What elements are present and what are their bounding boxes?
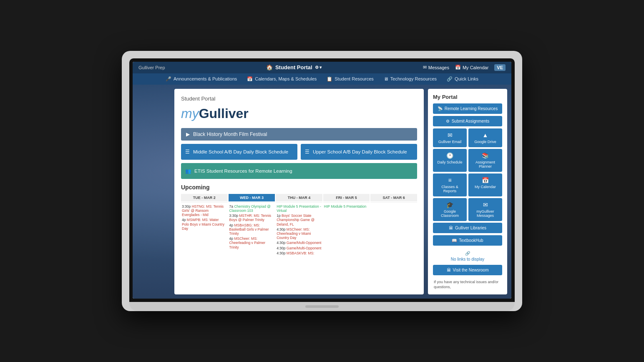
cal-header-sat: SAT - MAR 6 bbox=[370, 194, 417, 201]
link-icon: 🔗 bbox=[465, 251, 470, 256]
cal-event[interactable]: 1p Boys' Soccer State Championship Game … bbox=[277, 214, 322, 226]
portal-card: Student Portal myGulliver ▶ Black Histor… bbox=[174, 89, 424, 294]
middle-school-schedule-link[interactable]: ☰ Middle School A/B Day Daily Block Sche… bbox=[181, 144, 297, 160]
gulliver-libraries-btn[interactable]: 🏛 Gulliver Libraries bbox=[433, 223, 502, 233]
video-icon: ▶ bbox=[186, 131, 190, 137]
laptop-notch bbox=[305, 305, 339, 308]
nav-quick-links[interactable]: 🔗 Quick Links bbox=[447, 76, 478, 82]
cal-event[interactable]: 4:30p MSBASKVB: MS: bbox=[277, 251, 322, 255]
assignment-planner-link[interactable]: 📚 Assignment Planner bbox=[468, 149, 502, 172]
technology-icon: 🖥 bbox=[384, 76, 388, 81]
newsroom-icon: 🏛 bbox=[447, 268, 451, 272]
top-bar: Gulliver Prep 🏠 Student Portal ⚙ ▾ ✉ Mes… bbox=[133, 62, 511, 73]
cal-event[interactable]: 4:30p Game/Multi-Opponent bbox=[277, 246, 322, 250]
upper-school-schedule-link[interactable]: ☰ Upper School A/B Day Daily Block Sched… bbox=[301, 144, 417, 160]
content-wrapper: Student Portal myGulliver ▶ Black Histor… bbox=[133, 85, 511, 299]
portal-dropdown-icon[interactable]: ⚙ ▾ bbox=[315, 65, 322, 70]
cal-event[interactable]: 7a Chemistry Olympiad @ Classroom 103 bbox=[229, 204, 274, 213]
nav-calendars[interactable]: 📅 Calendars, Maps & Schedules bbox=[247, 76, 317, 82]
textbook-icon: 📖 bbox=[452, 238, 457, 243]
cal-header-fri: FRI - MAR 5 bbox=[323, 194, 370, 201]
my-portal-title: My Portal bbox=[433, 94, 502, 100]
screen-bezel: Gulliver Prep 🏠 Student Portal ⚙ ▾ ✉ Mes… bbox=[129, 58, 515, 302]
planner-icon: 📚 bbox=[482, 152, 489, 159]
schedule-links-grid: ☰ Middle School A/B Day Daily Block Sche… bbox=[181, 144, 417, 160]
top-bar-right: ✉ Messages 📅 My Calendar VE bbox=[423, 64, 506, 71]
messages-link[interactable]: ✉ Messages bbox=[423, 65, 449, 70]
classes-icon: ≡ bbox=[448, 177, 451, 184]
cal-col-wed: 7a Chemistry Olympiad @ Classroom 103 3:… bbox=[229, 202, 275, 258]
screen: Gulliver Prep 🏠 Student Portal ⚙ ▾ ✉ Mes… bbox=[133, 62, 511, 299]
cal-header-thu: THU - MAR 4 bbox=[276, 194, 322, 201]
daily-schedule-link[interactable]: 🕐 Daily Schedule bbox=[433, 149, 467, 172]
nav-bar: 🎤 Announcements & Publications 📅 Calenda… bbox=[133, 73, 511, 85]
laptop-base bbox=[129, 302, 515, 311]
visit-newsroom-btn[interactable]: 🏛 Visit the Newsroom bbox=[433, 265, 502, 275]
cal-col-thu: HIP Module 5 Presentation - Virtual 1p B… bbox=[276, 202, 322, 258]
cal-event[interactable]: HIP Module 5 Presentation bbox=[324, 204, 369, 209]
calendar-link[interactable]: 📅 My Calendar bbox=[455, 65, 488, 70]
nav-announcements[interactable]: 🎤 Announcements & Publications bbox=[166, 76, 237, 82]
cal-event[interactable]: 4:30p MSCheer: MS: Cheerleading v Miami … bbox=[277, 227, 322, 240]
my-calendar-link[interactable]: 📅 My Calendar bbox=[468, 173, 502, 196]
cal-header-wed: WED - MAR 3 bbox=[229, 194, 275, 201]
nav-technology[interactable]: 🖥 Technology Resources bbox=[384, 76, 437, 81]
my-cal-icon: 📅 bbox=[482, 177, 489, 184]
announcement-text: Black History Month Film Festival bbox=[193, 131, 267, 137]
school-name: Gulliver Prep bbox=[138, 65, 165, 70]
textbookhub-btn[interactable]: 📖 TextbookHub bbox=[433, 235, 502, 246]
mygulliver-messages-link[interactable]: ✉ myGulliver Messages bbox=[468, 198, 502, 221]
nav-student-resources[interactable]: 📋 Student Resources bbox=[327, 76, 374, 82]
list-icon-2: ☰ bbox=[305, 149, 309, 155]
cal-col-fri: HIP Module 5 Presentation bbox=[323, 202, 370, 258]
submit-icon: ⚙ bbox=[446, 119, 450, 123]
drive-icon: ▲ bbox=[483, 132, 488, 138]
resources-icon: 📋 bbox=[327, 76, 332, 82]
cal-event[interactable]: 4:30p Game/Multi-Opponent bbox=[277, 241, 322, 245]
clock-icon: 🕐 bbox=[446, 152, 453, 159]
mail-icon: ✉ bbox=[423, 65, 427, 70]
cal-event[interactable]: 3:30p HSTNG: MS: Tennis Girls' @ Ransom … bbox=[182, 204, 227, 217]
classroom-icon: 🎓 bbox=[446, 201, 453, 208]
brand-logo: myGulliver bbox=[181, 106, 417, 121]
upcoming-title: Upcoming bbox=[181, 184, 417, 191]
laptop-shell: Gulliver Prep 🏠 Student Portal ⚙ ▾ ✉ Mes… bbox=[122, 51, 522, 311]
cal-event[interactable]: 4p MSBASBG: MS: Basketball Girls v Palme… bbox=[229, 223, 274, 236]
cal-event[interactable]: 4p MSCheer: MS: Cheerleading v Palmer Tr… bbox=[229, 236, 274, 249]
my-portal-card: My Portal 📡 Remote Learning Resources ⚙ … bbox=[428, 89, 507, 294]
cal-header-tue: TUE - MAR 2 bbox=[181, 194, 228, 201]
classes-reports-link[interactable]: ≡ Classes & Reports bbox=[433, 173, 467, 196]
cal-event[interactable]: 3:30p MSTHR: MS: Tennis Boys @ Palmer Tr… bbox=[229, 214, 274, 222]
brand-name: Gulliver bbox=[199, 106, 249, 121]
remote-icon: 📡 bbox=[438, 106, 443, 111]
email-icon: ✉ bbox=[448, 132, 453, 138]
cal-col-sat bbox=[370, 202, 417, 258]
msg-icon: ✉ bbox=[483, 201, 488, 208]
library-icon: 🏛 bbox=[449, 226, 453, 230]
calendar-icon: 📅 bbox=[455, 65, 461, 70]
portal-page-title: Student Portal bbox=[181, 96, 417, 102]
right-sidebar: My Portal 📡 Remote Learning Resources ⚙ … bbox=[428, 85, 511, 299]
submit-assignments-btn[interactable]: ⚙ Submit Assignments bbox=[433, 116, 502, 126]
calendars-icon: 📅 bbox=[247, 76, 253, 82]
remote-learning-btn[interactable]: 📡 Remote Learning Resources bbox=[433, 103, 502, 114]
brand-my: my bbox=[181, 106, 199, 121]
announcements-icon: 🎤 bbox=[166, 76, 171, 82]
quick-links-icon: 🔗 bbox=[447, 76, 453, 82]
cal-col-tue: 3:30p HSTNG: MS: Tennis Girls' @ Ransom … bbox=[181, 202, 228, 258]
gulliver-email-link[interactable]: ✉ Gulliver Email bbox=[433, 128, 467, 147]
google-drive-link[interactable]: ▲ Google Drive bbox=[468, 128, 502, 147]
portal-label: 🏠 Student Portal ⚙ ▾ bbox=[266, 64, 322, 70]
announcement-banner[interactable]: ▶ Black History Month Film Festival bbox=[181, 128, 417, 141]
portal-icons-grid: ✉ Gulliver Email ▲ Google Drive 🕐 Daily … bbox=[433, 128, 502, 221]
list-icon-1: ☰ bbox=[185, 149, 190, 155]
cal-event[interactable]: 4p MSWPB: MS: Water Polo Boys v Miami Co… bbox=[182, 218, 227, 231]
support-text: If you have any technical issues and/or … bbox=[433, 277, 502, 289]
calendar-grid: TUE - MAR 2 WED - MAR 3 THU - MAR 4 FRI … bbox=[181, 194, 417, 258]
cal-event[interactable]: HIP Module 5 Presentation - Virtual bbox=[277, 204, 322, 213]
no-links: 🔗 No links to display bbox=[433, 248, 502, 265]
user-avatar[interactable]: VE bbox=[494, 64, 506, 71]
etis-icon: 👥 bbox=[185, 168, 191, 174]
etis-link[interactable]: 👥 ETIS Student Resources for Remote Lear… bbox=[181, 163, 417, 179]
google-classroom-link[interactable]: 🎓 Google Classroom bbox=[433, 198, 467, 221]
